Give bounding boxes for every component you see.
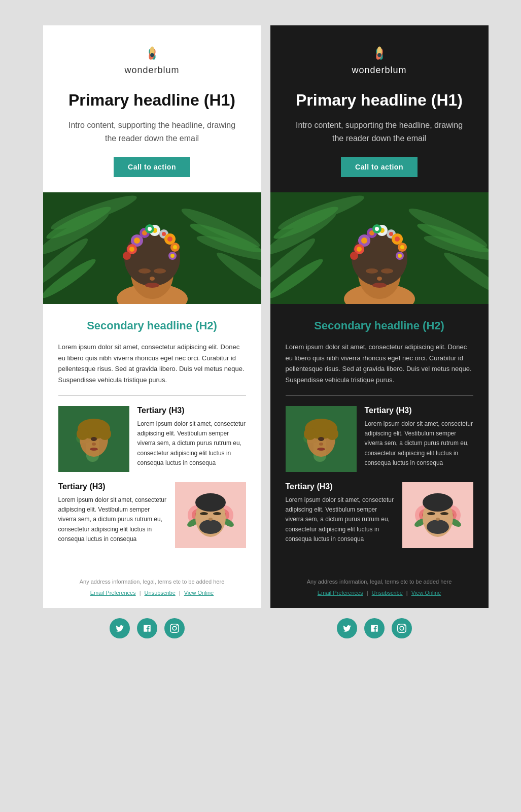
footer-light: Any address information, legal, terms et… xyxy=(43,568,261,608)
view-online-link-light[interactable]: View Online xyxy=(184,590,214,596)
svg-point-48 xyxy=(91,437,97,441)
footer-separator-2-light: | xyxy=(179,590,182,596)
facebook-icon-dark[interactable] xyxy=(364,618,385,638)
hero-image-svg-light xyxy=(43,192,261,304)
social-area-dark xyxy=(265,608,483,649)
content-section-dark: Secondary headline (H2) Lorem ipsum dolo… xyxy=(270,304,489,568)
content-section-light: Secondary headline (H2) Lorem ipsum dolo… xyxy=(43,304,261,568)
wonderblum-logo-dark xyxy=(367,41,392,61)
hero-intro-light: Intro content, supporting the headline, … xyxy=(63,119,241,145)
svg-point-84 xyxy=(361,238,367,244)
svg-point-103 xyxy=(381,268,393,274)
svg-point-31 xyxy=(123,252,131,260)
svg-point-33 xyxy=(170,254,175,258)
svg-point-18 xyxy=(134,238,140,244)
svg-point-113 xyxy=(326,428,338,440)
footer-address-light: Any address information, legal, terms et… xyxy=(53,579,251,585)
instagram-icon-dark[interactable] xyxy=(392,618,412,638)
tertiary-body-1-light: Lorem ipsum dolor sit amet, consectetur … xyxy=(137,419,246,468)
footer-dark: Any address information, legal, terms et… xyxy=(270,568,489,608)
hero-section-light: Primary headline (H1) Intro content, sup… xyxy=(43,86,261,192)
svg-point-128 xyxy=(427,520,449,534)
dark-panel-wrapper: wonderblum Primary headline (H1) Intro c… xyxy=(265,25,483,649)
view-online-link-dark[interactable]: View Online xyxy=(411,590,441,596)
body-text-light: Lorem ipsum dolor sit amet, consectetur … xyxy=(58,342,246,385)
brand-name-dark: wonderblum xyxy=(281,65,478,76)
tertiary-section-1-light: Tertiary (H3) Lorem ipsum dolor sit amet… xyxy=(58,406,246,472)
divider-light xyxy=(58,395,246,396)
svg-point-62 xyxy=(199,520,222,534)
svg-point-129 xyxy=(427,512,435,515)
svg-point-50 xyxy=(90,448,98,451)
instagram-icon-light[interactable] xyxy=(164,618,185,638)
secondary-h2-light: Secondary headline (H2) xyxy=(58,319,246,332)
brand-name-light: wonderblum xyxy=(53,65,251,76)
svg-point-112 xyxy=(304,428,316,440)
svg-point-39 xyxy=(145,283,159,288)
hero-image-light xyxy=(43,192,261,304)
cta-button-light[interactable]: Call to action xyxy=(114,157,190,177)
logo-area-dark: wonderblum xyxy=(270,25,489,86)
page-background: wonderblum Primary headline (H1) Intro c… xyxy=(5,10,516,812)
svg-point-92 xyxy=(395,236,400,242)
svg-point-30 xyxy=(129,247,134,252)
twitter-icon-light[interactable] xyxy=(110,618,130,638)
hero-intro-dark: Intro content, supporting the headline, … xyxy=(291,119,468,145)
hero-image-dark xyxy=(270,192,489,304)
svg-point-101 xyxy=(375,227,379,231)
svg-point-96 xyxy=(357,247,362,252)
social-area-light xyxy=(38,608,256,649)
svg-point-38 xyxy=(150,277,155,281)
svg-point-94 xyxy=(400,245,404,249)
svg-point-99 xyxy=(398,254,402,258)
tertiary-image-1-light xyxy=(58,406,129,472)
facebook-icon-light[interactable] xyxy=(137,618,157,638)
light-panel-wrapper: wonderblum Primary headline (H1) Intro c… xyxy=(38,25,256,649)
tertiary-section-2-dark: Tertiary (H3) Lorem ipsum dolor sit amet… xyxy=(286,482,473,548)
tertiary-h3-1-dark: Tertiary (H3) xyxy=(365,406,473,415)
unsubscribe-link-light[interactable]: Unsubscribe xyxy=(145,590,176,596)
svg-point-35 xyxy=(148,227,152,231)
footer-links-light: Email Preferences | Unsubscribe | View O… xyxy=(53,590,251,596)
svg-point-63 xyxy=(200,512,208,515)
tertiary-section-2-light: Tertiary (H3) Lorem ipsum dolor sit amet… xyxy=(58,482,246,548)
svg-point-37 xyxy=(154,268,166,274)
svg-point-24 xyxy=(162,232,166,236)
tertiary-body-1-dark: Lorem ipsum dolor sit amet, consectetur … xyxy=(365,419,473,468)
svg-point-90 xyxy=(389,232,393,236)
body-text-dark: Lorem ipsum dolor sit amet, consectetur … xyxy=(286,342,473,385)
tertiary-text-1-light: Tertiary (H3) Lorem ipsum dolor sit amet… xyxy=(137,406,246,468)
svg-point-26 xyxy=(167,236,172,242)
email-preferences-link-light[interactable]: Email Preferences xyxy=(90,590,136,596)
email-preferences-link-dark[interactable]: Email Preferences xyxy=(318,590,363,596)
unsubscribe-link-dark[interactable]: Unsubscribe xyxy=(372,590,403,596)
svg-point-131 xyxy=(436,518,440,521)
svg-point-46 xyxy=(77,428,89,440)
tertiary-body-2-light: Lorem ipsum dolor sit amet, consectetur … xyxy=(58,495,167,544)
footer-separator-1-light: | xyxy=(140,590,143,596)
tertiary-text-2-dark: Tertiary (H3) Lorem ipsum dolor sit amet… xyxy=(286,482,394,544)
tertiary-body-2-dark: Lorem ipsum dolor sit amet, consectetur … xyxy=(286,495,394,544)
tertiary-image-2-svg-light xyxy=(175,482,246,548)
logo-area-light: wonderblum xyxy=(43,25,261,86)
tertiary-image-1-svg-dark xyxy=(286,406,357,472)
twitter-icon-dark[interactable] xyxy=(337,618,357,638)
dark-email-panel: wonderblum Primary headline (H1) Intro c… xyxy=(270,25,489,608)
footer-separator-2-dark: | xyxy=(406,590,409,596)
svg-point-127 xyxy=(423,493,453,512)
tertiary-image-1-dark xyxy=(286,406,357,472)
tertiary-image-2-dark xyxy=(402,482,473,548)
cta-button-dark[interactable]: Call to action xyxy=(341,157,418,177)
tertiary-section-1-dark: Tertiary (H3) Lorem ipsum dolor sit amet… xyxy=(286,406,473,472)
svg-point-64 xyxy=(213,512,221,515)
footer-links-dark: Email Preferences | Unsubscribe | View O… xyxy=(281,590,478,596)
tertiary-image-2-svg-dark xyxy=(402,482,473,548)
svg-point-115 xyxy=(319,443,323,446)
hero-image-svg-dark xyxy=(270,192,489,304)
tertiary-text-1-dark: Tertiary (H3) Lorem ipsum dolor sit amet… xyxy=(365,406,473,468)
svg-point-102 xyxy=(366,268,378,274)
tertiary-text-2-light: Tertiary (H3) Lorem ipsum dolor sit amet… xyxy=(58,482,167,544)
svg-point-36 xyxy=(138,268,151,274)
svg-point-105 xyxy=(372,283,387,288)
svg-point-116 xyxy=(317,448,325,451)
